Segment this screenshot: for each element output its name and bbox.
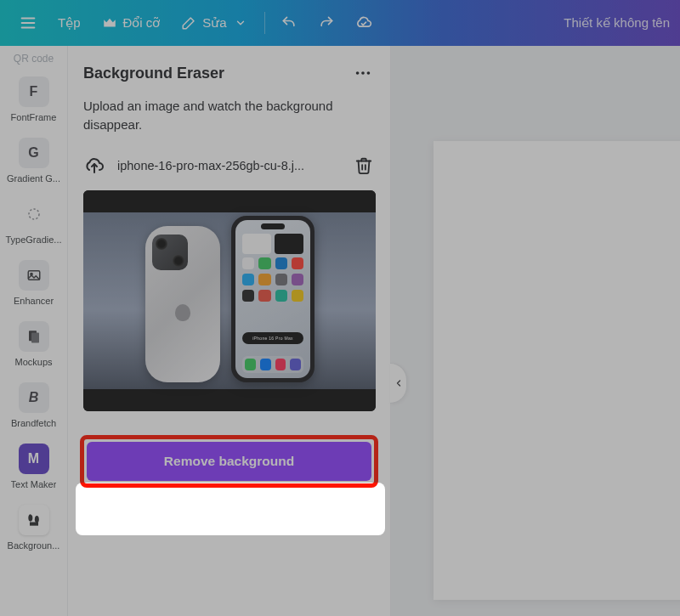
svg-point-11	[367, 71, 371, 75]
design-title[interactable]: Thiết kế không tên	[564, 15, 672, 31]
rail-item-fontframe[interactable]: F FontFrame	[3, 68, 65, 126]
textmaker-icon: M	[19, 444, 49, 474]
panel-title: Background Eraser	[83, 65, 224, 82]
image-preview: iPhone 16 Pro Max	[83, 190, 376, 411]
svg-point-10	[361, 71, 365, 75]
rail-label: TypeGradie...	[5, 235, 61, 245]
menu-button[interactable]	[8, 6, 48, 40]
rail-label: Backgroun...	[8, 540, 60, 551]
gradient-icon: G	[19, 138, 49, 168]
typegradient-icon	[19, 199, 49, 229]
cloud-sync-button[interactable]	[345, 6, 382, 40]
redo-icon	[318, 14, 335, 31]
resize-menu[interactable]: Đổi cỡ	[91, 6, 171, 40]
workspace: QR code F FontFrame G Gradient G... Type…	[0, 46, 680, 616]
rail-label: Enhancer	[14, 296, 54, 306]
side-rail: QR code F FontFrame G Gradient G... Type…	[0, 46, 68, 616]
remove-background-button-label: Remove background	[164, 454, 294, 469]
uploaded-file-row: iphone-16-pro-max-256gb-cu-8.j...	[83, 155, 375, 177]
preview-phone-front: iPhone 16 Pro Max	[231, 216, 314, 382]
fontframe-icon: F	[19, 76, 49, 107]
rail-item-textmaker[interactable]: M Text Maker	[3, 435, 65, 493]
brandfetch-icon: B	[19, 382, 49, 413]
rail-label: Text Maker	[11, 479, 57, 489]
canvas-page[interactable]	[434, 141, 680, 600]
svg-rect-8	[30, 523, 38, 526]
svg-point-3	[29, 209, 39, 219]
crown-icon	[101, 14, 118, 31]
panel-description: Upload an image and watch the background…	[83, 97, 375, 134]
enhancer-icon	[19, 260, 49, 291]
canvas-area[interactable]	[391, 46, 680, 616]
svg-point-9	[356, 71, 360, 75]
rail-label: FontFrame	[11, 112, 57, 122]
upload-button[interactable]	[83, 155, 105, 177]
collapse-panel-handle[interactable]	[390, 363, 407, 404]
rail-label: Brandfetch	[11, 418, 56, 428]
header-separator	[264, 12, 265, 34]
trash-icon	[354, 156, 373, 175]
rail-item-gradient[interactable]: G Gradient G...	[3, 129, 65, 187]
svg-rect-7	[31, 333, 39, 343]
rail-label: Gradient G...	[7, 173, 60, 184]
cloud-upload-icon	[84, 155, 105, 176]
background-eraser-panel: Background Eraser Upload an image and wa…	[68, 46, 391, 616]
edit-menu-label: Sửa	[202, 15, 226, 31]
mockups-icon	[19, 321, 49, 352]
rail-label: Mockups	[14, 357, 52, 367]
resize-menu-label: Đổi cỡ	[123, 15, 161, 31]
rail-item-mockups[interactable]: Mockups	[3, 313, 65, 370]
rail-item-enhancer[interactable]: Enhancer	[3, 251, 65, 309]
remove-button-highlight: Remove background	[80, 435, 378, 488]
dots-horizontal-icon	[354, 64, 372, 82]
remove-background-button[interactable]: Remove background	[87, 442, 371, 481]
background-eraser-icon	[19, 505, 49, 535]
preview-phone-back	[145, 226, 220, 382]
app-header: Tệp Đổi cỡ Sửa Thiết kế không tên	[0, 0, 680, 46]
rail-item-typegradient[interactable]: TypeGradie...	[3, 190, 65, 248]
redo-button[interactable]	[308, 6, 345, 40]
rail-heading: QR code	[14, 53, 54, 65]
undo-icon	[280, 14, 298, 31]
file-menu-label: Tệp	[58, 15, 81, 31]
chevron-left-icon	[394, 378, 404, 388]
undo-button[interactable]	[270, 6, 308, 40]
file-menu[interactable]: Tệp	[48, 6, 91, 40]
preview-product-label: iPhone 16 Pro Max	[252, 336, 293, 341]
pencil-icon	[180, 14, 197, 31]
delete-file-button[interactable]	[353, 155, 375, 177]
hamburger-icon	[19, 14, 37, 32]
chevron-down-icon	[232, 14, 249, 31]
cloud-check-icon	[355, 14, 372, 31]
rail-item-background-eraser[interactable]: Backgroun...	[3, 496, 65, 554]
rail-item-brandfetch[interactable]: B Brandfetch	[3, 374, 65, 432]
edit-menu[interactable]: Sửa	[170, 6, 258, 40]
uploaded-file-name: iphone-16-pro-max-256gb-cu-8.j...	[117, 159, 341, 172]
panel-more-button[interactable]	[351, 61, 375, 85]
